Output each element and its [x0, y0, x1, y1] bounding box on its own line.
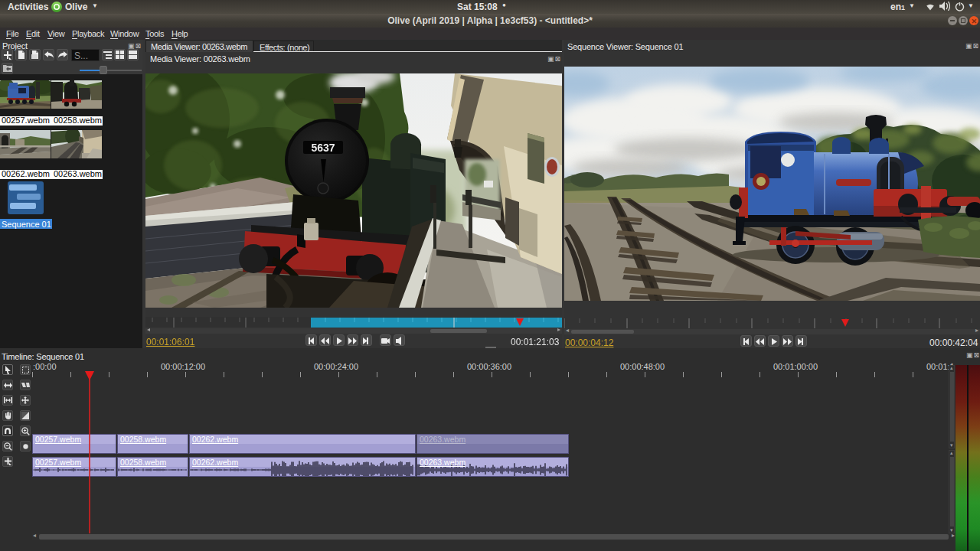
svg-text:5637: 5637: [311, 142, 335, 154]
